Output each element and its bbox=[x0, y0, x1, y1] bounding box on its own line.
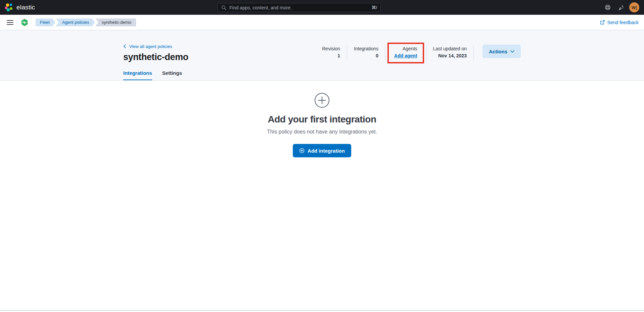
stat-last-updated: Last updated on Nov 14, 2023 bbox=[426, 46, 473, 59]
help-icon bbox=[605, 4, 611, 10]
stat-last-updated-value: Nov 14, 2023 bbox=[433, 53, 467, 59]
send-feedback-link[interactable]: Send feedback bbox=[600, 20, 639, 25]
view-all-policies-label: View all agent policies bbox=[129, 44, 172, 49]
policy-header: View all agent policies synthetic-demo R… bbox=[0, 30, 644, 81]
newsfeed-icon bbox=[618, 4, 624, 10]
search-icon bbox=[221, 5, 227, 10]
breadcrumb: Fleet Agent policies synthetic-demo bbox=[36, 18, 136, 27]
top-bar: elastic ⌘/ bbox=[0, 0, 644, 15]
stat-revision-value: 1 bbox=[322, 53, 340, 59]
chevron-left-icon bbox=[123, 44, 126, 48]
elastic-logo: elastic bbox=[5, 3, 35, 12]
view-all-policies-link[interactable]: View all agent policies bbox=[123, 44, 172, 49]
page-bottom-divider bbox=[0, 310, 644, 312]
add-integration-button[interactable]: Add integration bbox=[293, 144, 351, 157]
actions-button[interactable]: Actions bbox=[482, 45, 521, 58]
stat-integrations: Integrations 0 bbox=[347, 46, 385, 59]
policy-stats: Revision 1 Integrations 0 Agents Add age… bbox=[315, 46, 474, 63]
stat-last-updated-label: Last updated on bbox=[433, 46, 467, 52]
stat-divider bbox=[473, 45, 474, 60]
stat-agents: Agents Add agent bbox=[390, 46, 421, 59]
chevron-down-icon bbox=[510, 50, 514, 53]
hamburger-icon bbox=[7, 20, 13, 25]
stat-integrations-value: 0 bbox=[354, 53, 378, 59]
user-avatar[interactable]: W( bbox=[629, 2, 639, 12]
stat-revision-label: Revision bbox=[322, 46, 340, 52]
menu-button[interactable] bbox=[5, 18, 15, 27]
help-button[interactable] bbox=[602, 2, 613, 13]
stat-integrations-label: Integrations bbox=[354, 46, 378, 52]
stat-divider bbox=[385, 45, 385, 60]
newsfeed-button[interactable] bbox=[616, 2, 627, 13]
empty-state-title: Add your first integration bbox=[0, 114, 644, 125]
tab-settings[interactable]: Settings bbox=[162, 70, 182, 80]
breadcrumb-bar: Fleet Agent policies synthetic-demo Send… bbox=[0, 15, 644, 30]
global-search[interactable]: ⌘/ bbox=[218, 3, 381, 12]
stat-revision: Revision 1 bbox=[315, 46, 347, 59]
plus-in-circle-icon bbox=[314, 93, 330, 108]
actions-button-label: Actions bbox=[489, 49, 507, 54]
search-shortcut-hint: ⌘/ bbox=[371, 5, 377, 10]
empty-state: Add your first integration This policy d… bbox=[0, 81, 644, 157]
search-input[interactable] bbox=[229, 5, 369, 10]
policy-tabs: Integrations Settings bbox=[123, 70, 182, 80]
add-agent-link[interactable]: Add agent bbox=[394, 53, 417, 59]
breadcrumb-current-policy: synthetic-demo bbox=[95, 18, 136, 27]
stat-agents-label: Agents bbox=[394, 46, 417, 52]
annotation-highlight-box: Agents Add agent bbox=[387, 43, 424, 63]
breadcrumb-agent-policies[interactable]: Agent policies bbox=[56, 18, 95, 27]
add-integration-label: Add integration bbox=[308, 148, 345, 154]
fleet-app-icon[interactable] bbox=[21, 18, 28, 27]
integrations-panel: Add your first integration This policy d… bbox=[0, 81, 644, 310]
elastic-logo-icon bbox=[5, 3, 13, 12]
tab-integrations[interactable]: Integrations bbox=[123, 70, 152, 80]
elastic-logo-text: elastic bbox=[16, 4, 35, 11]
plus-in-circle-small-icon bbox=[299, 148, 305, 153]
breadcrumb-fleet[interactable]: Fleet bbox=[36, 18, 55, 27]
empty-state-description: This policy does not have any integratio… bbox=[0, 129, 644, 135]
send-feedback-label: Send feedback bbox=[607, 20, 639, 25]
popout-icon bbox=[600, 20, 605, 25]
